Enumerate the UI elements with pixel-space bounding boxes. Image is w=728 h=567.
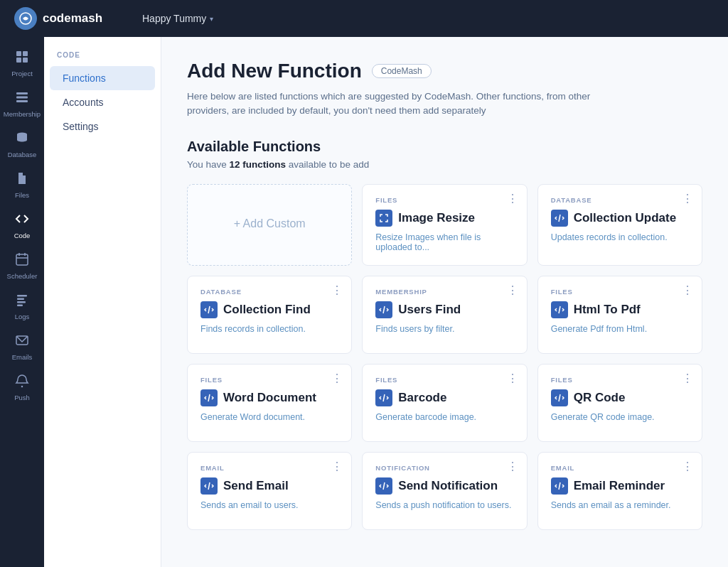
add-custom-label: + Add Custom: [234, 217, 306, 230]
app-logo: codemash: [14, 7, 142, 30]
svg-line-24: [383, 394, 385, 401]
card-title-row: Send Email: [200, 477, 338, 495]
card-name: Collection Find: [223, 303, 311, 317]
scheduler-icon: [15, 252, 29, 270]
project-name: Happy Tummy: [142, 13, 206, 24]
card-tag: DATABASE: [551, 196, 689, 204]
card-icon: [200, 389, 218, 406]
sidebar-item-label: Database: [8, 151, 37, 158]
function-card-send-notification[interactable]: NOTIFICATION ⋮ Send Notification Sends a…: [362, 452, 527, 530]
sidebar-item-accounts[interactable]: Accounts: [50, 90, 155, 114]
sidebar-item-scheduler[interactable]: Scheduler: [4, 247, 41, 286]
card-icon: [375, 301, 392, 318]
sidebar-item-label: Logs: [15, 313, 30, 320]
function-card-html-to-pdf[interactable]: FILES ⋮ Html To Pdf Generate Pdf from Ht…: [537, 276, 702, 354]
sidebar-item-database[interactable]: Database: [4, 125, 41, 164]
card-tag: NOTIFICATION: [375, 464, 513, 472]
sidebar-item-membership[interactable]: Membership: [4, 85, 41, 124]
card-menu-button[interactable]: ⋮: [331, 285, 343, 296]
card-desc: Finds users by filter.: [375, 324, 513, 334]
card-menu-button[interactable]: ⋮: [682, 373, 693, 384]
function-card-collection-find[interactable]: DATABASE ⋮ Collection Find Finds records…: [187, 276, 352, 354]
card-menu-button[interactable]: ⋮: [682, 285, 693, 296]
sidebar-item-settings[interactable]: Settings: [50, 114, 155, 139]
card-icon: [551, 477, 568, 495]
icon-sidebar: Project Membership Database Files Code: [0, 37, 44, 567]
sidebar-item-label: Project: [11, 70, 33, 77]
card-name: Image Resize: [398, 211, 475, 225]
function-card-collection-update[interactable]: DATABASE ⋮ Collection Update Updates rec…: [537, 184, 702, 266]
card-desc: Sends a push notification to users.: [375, 500, 513, 510]
sidebar-item-functions[interactable]: Functions: [50, 66, 155, 90]
card-icon: [375, 389, 392, 406]
function-card-users-find[interactable]: MEMBERSHIP ⋮ Users Find Finds users by f…: [362, 276, 527, 354]
secondary-sidebar: CODE Functions Accounts Settings: [44, 37, 161, 567]
card-tag: FILES: [375, 196, 513, 204]
card-menu-button[interactable]: ⋮: [331, 373, 343, 384]
sidebar-item-label: Scheduler: [7, 272, 38, 280]
card-name: Send Email: [223, 479, 289, 493]
function-card-send-email[interactable]: EMAIL ⋮ Send Email Sends an email to use…: [187, 452, 352, 530]
function-card-email-reminder[interactable]: EMAIL ⋮ Email Reminder Sends an email as…: [537, 452, 702, 530]
card-title-row: QR Code: [551, 389, 689, 406]
svg-line-23: [208, 394, 210, 401]
card-title-row: Collection Update: [551, 210, 689, 227]
sidebar-item-logs[interactable]: Logs: [4, 287, 41, 326]
svg-rect-4: [23, 58, 28, 63]
section-subtitle: You have 12 functions available to be ad…: [187, 159, 702, 170]
svg-rect-5: [16, 92, 28, 94]
card-menu-button[interactable]: ⋮: [507, 193, 518, 205]
card-icon: [375, 210, 392, 227]
card-icon: [551, 301, 568, 318]
codemash-badge: CodeMash: [372, 64, 432, 78]
sidebar-item-push[interactable]: Push: [4, 368, 41, 407]
svg-rect-16: [17, 305, 23, 307]
card-tag: DATABASE: [200, 288, 338, 296]
card-title-row: Image Resize: [375, 210, 513, 227]
card-menu-button[interactable]: ⋮: [507, 373, 518, 384]
card-desc: Generate barcode image.: [375, 412, 513, 422]
sidebar-item-code[interactable]: Code: [4, 206, 41, 245]
card-tag: FILES: [375, 376, 513, 384]
page-description: Here below are listed functions which ar…: [187, 90, 614, 119]
page-title: Add New Function: [187, 60, 362, 82]
push-icon: [15, 374, 29, 392]
svg-line-21: [383, 306, 385, 313]
card-tag: FILES: [551, 376, 689, 384]
function-card-word-document[interactable]: FILES ⋮ Word Document Generate Word docu…: [187, 364, 352, 442]
card-desc: Sends an email as a reminder.: [551, 500, 689, 510]
card-menu-button[interactable]: ⋮: [682, 193, 693, 205]
svg-line-19: [559, 215, 560, 222]
card-menu-button[interactable]: ⋮: [682, 461, 693, 472]
card-menu-button[interactable]: ⋮: [507, 461, 518, 472]
logo-text: codemash: [43, 11, 102, 26]
files-icon: [15, 171, 29, 189]
sidebar-item-project[interactable]: Project: [4, 44, 41, 83]
function-card-image-resize[interactable]: FILES ⋮ Image Resize Resize Images when …: [362, 184, 527, 266]
card-tag: MEMBERSHIP: [375, 288, 513, 296]
section-title: Available Functions: [187, 139, 702, 155]
svg-rect-9: [16, 254, 28, 265]
sidebar-item-emails[interactable]: Emails: [4, 328, 41, 367]
sidebar-item-files[interactable]: Files: [4, 166, 41, 205]
sidebar-item-label: Push: [14, 394, 30, 401]
card-name: Collection Update: [574, 211, 677, 225]
function-card-barcode[interactable]: FILES ⋮ Barcode Generate barcode image.: [362, 364, 527, 442]
card-name: QR Code: [574, 391, 626, 405]
card-desc: Sends an email to users.: [200, 500, 338, 510]
card-menu-button[interactable]: ⋮: [331, 461, 343, 472]
svg-rect-14: [17, 298, 24, 301]
card-name: Html To Pdf: [574, 303, 641, 317]
function-card-qr-code[interactable]: FILES ⋮ QR Code Generate QR code image.: [537, 364, 702, 442]
project-selector[interactable]: Happy Tummy ▾: [142, 13, 213, 24]
database-icon: [15, 131, 29, 148]
code-icon: [15, 212, 29, 230]
add-custom-card[interactable]: + Add Custom: [187, 184, 352, 266]
project-icon: [15, 50, 29, 68]
card-name: Email Reminder: [574, 479, 665, 493]
svg-line-26: [208, 482, 210, 490]
card-menu-button[interactable]: ⋮: [507, 285, 518, 296]
membership-icon: [15, 90, 29, 108]
card-tag: EMAIL: [200, 464, 338, 472]
card-title-row: Collection Find: [200, 301, 338, 318]
